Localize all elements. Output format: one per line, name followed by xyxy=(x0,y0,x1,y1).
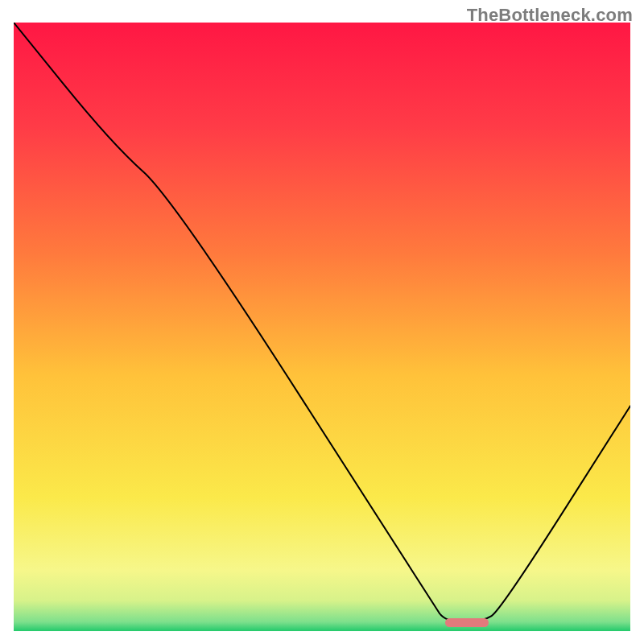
bottleneck-curve xyxy=(14,23,630,631)
chart-canvas: TheBottleneck.com xyxy=(0,0,644,644)
watermark-label: TheBottleneck.com xyxy=(467,5,633,26)
optimal-marker xyxy=(445,618,489,627)
plot-area xyxy=(14,23,630,631)
